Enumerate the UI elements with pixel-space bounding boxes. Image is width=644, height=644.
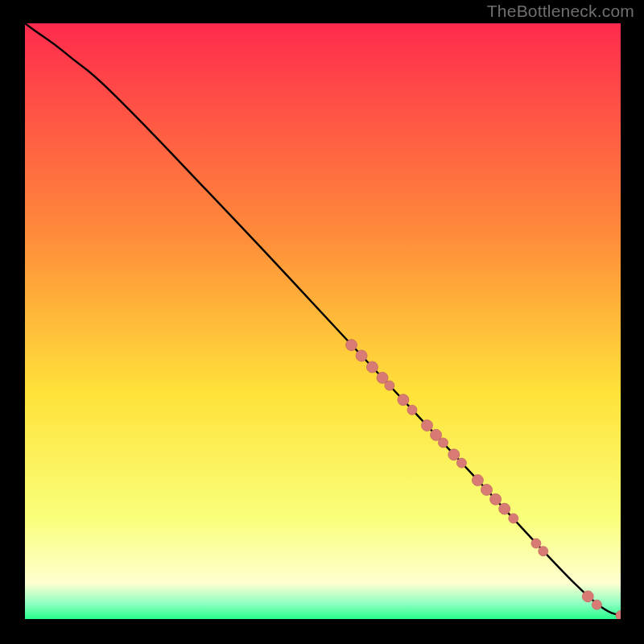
data-marker [531,539,541,548]
plot-area [25,23,621,619]
data-marker [490,493,502,505]
data-marker [398,394,409,406]
data-marker [422,420,433,431]
data-marker [356,350,367,361]
data-marker [592,600,601,609]
data-marker [346,340,357,351]
data-marker [366,361,378,373]
data-marker [509,514,518,523]
attribution-label: TheBottleneck.com [487,2,634,21]
gradient-background [25,23,621,619]
data-marker [407,405,417,415]
data-marker [385,381,394,390]
data-marker [472,475,483,486]
data-marker [448,449,460,460]
chart-frame: TheBottleneck.com [0,0,644,644]
data-marker [456,458,466,468]
data-marker [539,547,548,556]
data-marker [481,484,493,495]
data-marker [499,503,510,514]
data-marker [582,591,593,602]
data-marker [438,438,448,448]
chart-svg [25,23,621,619]
